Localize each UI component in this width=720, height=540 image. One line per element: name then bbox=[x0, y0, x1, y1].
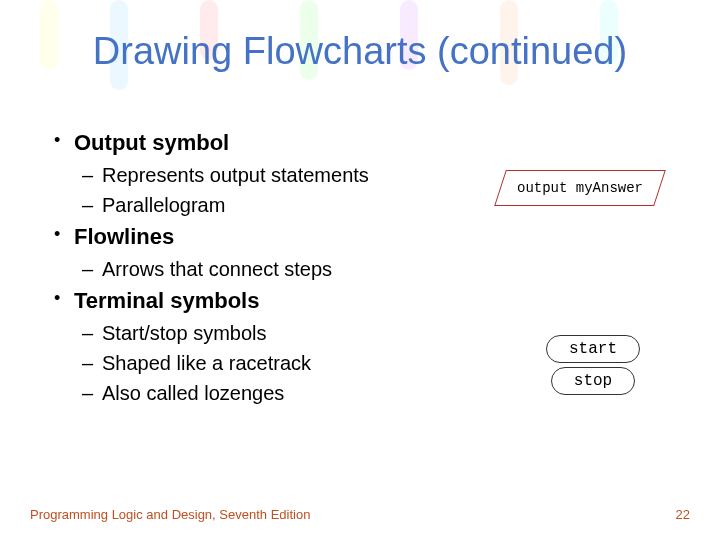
footer-text: Programming Logic and Design, Seventh Ed… bbox=[30, 507, 310, 522]
bullet-flowlines: Flowlines Arrows that connect steps bbox=[50, 224, 670, 284]
terminal-symbols-diagram: start stop bbox=[546, 335, 640, 399]
output-symbol-text: output myAnswer bbox=[517, 180, 643, 196]
slide-footer: Programming Logic and Design, Seventh Ed… bbox=[30, 507, 690, 522]
stop-lozenge: stop bbox=[551, 367, 635, 395]
bullet-label: Flowlines bbox=[74, 224, 174, 249]
bullet-label: Terminal symbols bbox=[74, 288, 259, 313]
parallelogram-icon: output myAnswer bbox=[500, 170, 660, 206]
slide-title: Drawing Flowcharts (continued) bbox=[0, 30, 720, 73]
bullet-label: Output symbol bbox=[74, 130, 229, 155]
sub-item: Arrows that connect steps bbox=[74, 254, 670, 284]
start-lozenge: start bbox=[546, 335, 640, 363]
page-number: 22 bbox=[676, 507, 690, 522]
